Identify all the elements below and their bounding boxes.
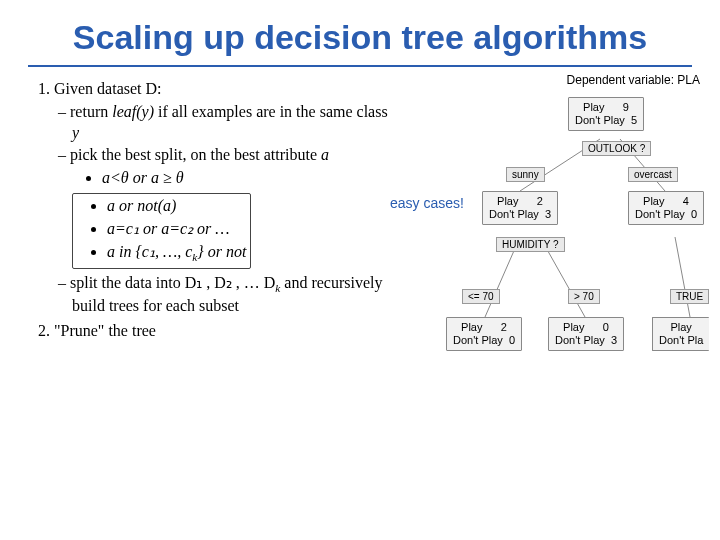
rdn: 5 <box>631 114 637 126</box>
leaf-gt70: Play 0 Don't Play 3 <box>548 317 624 351</box>
outlook-label: OUTLOOK ? <box>582 141 651 156</box>
bullet-theta: a<θ or a ≥ θ <box>102 168 390 189</box>
boxed-cases: a or not(a) a=c₁ or a=c₂ or … a in {c₁, … <box>72 193 251 269</box>
b4p: a in {c <box>107 243 149 260</box>
l3d: Don't Pla <box>659 334 703 346</box>
n1pn: 2 <box>537 195 543 207</box>
n1d: Don't Play <box>489 208 539 220</box>
s1cp: split the data into D <box>70 274 196 291</box>
step1a: return leaf(y) if all examples are in th… <box>72 102 390 144</box>
tree-diagram: easy cases! Dependent variable: PLA Play… <box>390 79 700 346</box>
algorithm-text: Given dataset D: return leaf(y) if all e… <box>20 79 390 346</box>
n2pn: 4 <box>683 195 689 207</box>
b4m: ₁, …, c <box>149 243 192 260</box>
l1p: Play <box>461 321 482 333</box>
l1pn: 2 <box>501 321 507 333</box>
node-sunny: Play 2 Don't Play 3 <box>482 191 558 225</box>
n1p: Play <box>497 195 518 207</box>
n2d: Don't Play <box>635 208 685 220</box>
l3p: Play <box>670 321 691 333</box>
edge-overcast: overcast <box>628 167 678 182</box>
s1a-y: y <box>72 124 79 141</box>
n2dn: 0 <box>691 208 697 220</box>
l2pn: 0 <box>603 321 609 333</box>
b3: a=c₁ or a=c₂ or … <box>107 220 229 237</box>
rd: Don't Play <box>575 114 625 126</box>
l1d: Don't Play <box>453 334 503 346</box>
b1: a<θ or a ≥ θ <box>102 169 184 186</box>
b2pre: a or <box>107 197 137 214</box>
svg-line-4 <box>675 237 690 317</box>
tree-edges <box>390 79 700 459</box>
leaf-true: Play Don't Pla <box>652 317 709 351</box>
n2p: Play <box>643 195 664 207</box>
bullet-in: a in {c₁, …, ck} or not <box>107 242 246 265</box>
root-node: Play 9 Don't Play 5 <box>568 97 644 131</box>
node-overcast: Play 4 Don't Play 0 <box>628 191 704 225</box>
rp: Play <box>583 101 604 113</box>
n1dn: 3 <box>545 208 551 220</box>
humidity-label: HUMIDITY ? <box>496 237 565 252</box>
l2p: Play <box>563 321 584 333</box>
edge-true: TRUE <box>670 289 709 304</box>
dependent-variable-label: Dependent variable: PLA <box>567 73 700 87</box>
s1b-a: a <box>321 146 329 163</box>
l2dn: 3 <box>611 334 617 346</box>
s1b-text: pick the best split, on the best attribu… <box>70 146 321 163</box>
b2not: not(a) <box>137 197 176 214</box>
edge-sunny: sunny <box>506 167 545 182</box>
step1c: split the data into D₁ , D₂ , … Dk and r… <box>72 273 390 317</box>
b4po: } or not <box>197 243 246 260</box>
s1a-pre: return <box>70 103 112 120</box>
edge-gt70: > 70 <box>568 289 600 304</box>
slide-title: Scaling up decision tree algorithms <box>28 0 692 67</box>
s1a-post: if all examples are in the same class <box>154 103 388 120</box>
bullet-eq: a=c₁ or a=c₂ or … <box>107 219 246 240</box>
s1a-leaf: leaf(y) <box>112 103 154 120</box>
s1cm2: ₂ , … D <box>226 274 276 291</box>
easy-cases-label: easy cases! <box>390 195 464 211</box>
step-1: Given dataset D: return leaf(y) if all e… <box>54 79 390 317</box>
step1-text: Given dataset D: <box>54 80 162 97</box>
bullet-not: a or not(a) <box>107 196 246 217</box>
step-2: "Prune" the tree <box>54 321 390 342</box>
leaf-le70: Play 2 Don't Play 0 <box>446 317 522 351</box>
content-row: Given dataset D: return leaf(y) if all e… <box>0 79 720 346</box>
s1cm1: ₁ , D <box>196 274 226 291</box>
edge-le70: <= 70 <box>462 289 500 304</box>
l2d: Don't Play <box>555 334 605 346</box>
step1b: pick the best split, on the best attribu… <box>72 145 390 271</box>
l1dn: 0 <box>509 334 515 346</box>
rpn: 9 <box>623 101 629 113</box>
